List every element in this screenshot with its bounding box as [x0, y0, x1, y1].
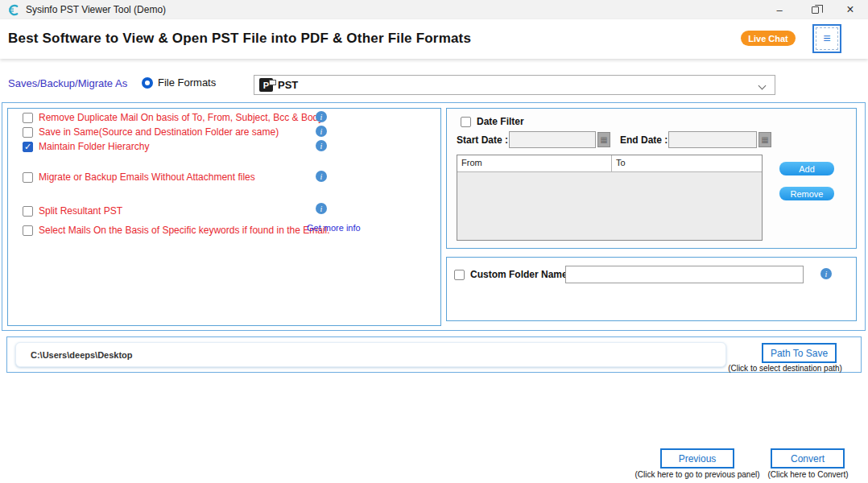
date-filter-panel: Date Filter Start Date : ▦ End Date : ▦ … — [446, 108, 857, 249]
remove-button[interactable]: Remove — [779, 187, 834, 200]
from-to-table-header: From To — [457, 155, 762, 172]
previous-button[interactable]: Previous — [660, 448, 734, 469]
start-date-input[interactable] — [509, 131, 596, 148]
format-dropdown-value: PST — [278, 79, 298, 91]
option-label: Select Mails On the Basis of Specific ke… — [39, 225, 330, 236]
start-date-label: Start Date : — [457, 134, 508, 146]
sysinfo-logo-icon — [7, 4, 19, 16]
option-without-attachment[interactable]: Migrate or Backup Emails Without Attachm… — [23, 171, 255, 183]
file-formats-radio[interactable]: File Formats — [142, 76, 216, 89]
destination-path-bar: Path To Save (Click to select destinatio… — [6, 336, 862, 373]
checkbox[interactable] — [23, 172, 33, 183]
hamburger-icon: ≡ — [816, 27, 838, 50]
minimize-icon[interactable]: – — [762, 0, 797, 19]
page-title: Best Software to View & Open PST File in… — [8, 31, 471, 47]
checkbox[interactable] — [23, 142, 33, 152]
option-label: Save in Same(Source and Destination Fold… — [39, 126, 279, 138]
menu-button[interactable]: ≡ — [812, 24, 841, 53]
column-header-from: From — [457, 155, 612, 171]
add-button[interactable]: Add — [779, 162, 834, 175]
checkbox[interactable] — [23, 127, 33, 138]
path-hint-text: (Click to select destination path) — [716, 364, 854, 373]
envelope-icon — [269, 80, 276, 85]
info-icon[interactable]: i — [316, 203, 327, 214]
file-formats-label: File Formats — [158, 76, 216, 89]
convert-hint-text: (Click here to Convert) — [762, 470, 854, 479]
info-icon[interactable]: i — [820, 268, 832, 279]
options-container: Remove Duplicate Mail On basis of To, Fr… — [2, 102, 866, 331]
title-bar: Sysinfo PST Viewer Tool (Demo) – × — [0, 0, 868, 19]
checkbox[interactable] — [461, 117, 471, 127]
checkbox[interactable] — [23, 225, 33, 236]
column-header-to: To — [612, 155, 762, 171]
start-date-calendar-icon[interactable]: ▦ — [597, 132, 610, 147]
end-date-label: End Date : — [620, 134, 668, 146]
checkbox[interactable] — [454, 270, 465, 280]
date-filter-label: Date Filter — [477, 116, 524, 127]
from-to-table: From To — [457, 155, 763, 241]
option-remove-duplicate[interactable]: Remove Duplicate Mail On basis of To, Fr… — [23, 112, 323, 123]
end-date-input[interactable] — [668, 131, 757, 148]
get-more-info-link[interactable]: Get more info — [307, 223, 361, 233]
chevron-down-icon — [758, 82, 767, 90]
date-filter-checkbox-row[interactable]: Date Filter — [461, 116, 524, 127]
option-maintain-hierarchy[interactable]: Maintain Folder Hierarchy — [23, 141, 149, 152]
option-save-in-same[interactable]: Save in Same(Source and Destination Fold… — [23, 126, 279, 138]
option-split-pst[interactable]: Split Resultant PST — [23, 205, 122, 217]
restore-glyph — [812, 6, 819, 14]
end-date-calendar-icon[interactable]: ▦ — [758, 132, 771, 147]
option-specific-keywords[interactable]: Select Mails On the Basis of Specific ke… — [23, 225, 330, 236]
checkbox[interactable] — [23, 113, 33, 123]
radio-selected-icon — [142, 77, 153, 89]
close-icon[interactable]: × — [833, 0, 868, 19]
info-icon[interactable]: i — [316, 111, 327, 122]
app-window: Sysinfo PST Viewer Tool (Demo) – × Best … — [0, 0, 868, 483]
pst-outlook-icon: P — [259, 78, 273, 92]
custom-folder-label: Custom Folder Name — [470, 269, 568, 280]
info-icon[interactable]: i — [316, 126, 327, 137]
path-to-save-button[interactable]: Path To Save — [762, 343, 837, 363]
info-icon[interactable]: i — [316, 140, 327, 151]
option-label: Migrate or Backup Emails Without Attachm… — [39, 171, 255, 183]
custom-folder-panel: Custom Folder Name i — [446, 257, 857, 321]
format-row: Saves/Backup/Migrate As File Formats P P… — [0, 72, 868, 97]
destination-path-input[interactable] — [15, 342, 726, 367]
option-label: Remove Duplicate Mail On basis of To, Fr… — [39, 112, 323, 123]
option-label: Split Resultant PST — [39, 205, 122, 217]
custom-folder-checkbox-row[interactable]: Custom Folder Name — [454, 269, 568, 280]
window-title: Sysinfo PST Viewer Tool (Demo) — [26, 4, 166, 15]
custom-folder-input[interactable] — [565, 266, 804, 283]
convert-button[interactable]: Convert — [771, 448, 845, 469]
option-label: Maintain Folder Hierarchy — [39, 141, 149, 152]
format-dropdown[interactable]: P PST — [254, 75, 775, 95]
previous-hint-text: (Click here to go to previous panel) — [629, 470, 766, 479]
conversion-options-panel: Remove Duplicate Mail On basis of To, Fr… — [7, 108, 441, 326]
app-header: Best Software to View & Open PST File in… — [0, 19, 868, 59]
info-icon[interactable]: i — [316, 171, 327, 182]
saves-backup-migrate-label: Saves/Backup/Migrate As — [8, 77, 127, 89]
restore-icon[interactable] — [797, 0, 833, 19]
live-chat-button[interactable]: Live Chat — [741, 31, 796, 46]
checkbox[interactable] — [23, 206, 33, 217]
